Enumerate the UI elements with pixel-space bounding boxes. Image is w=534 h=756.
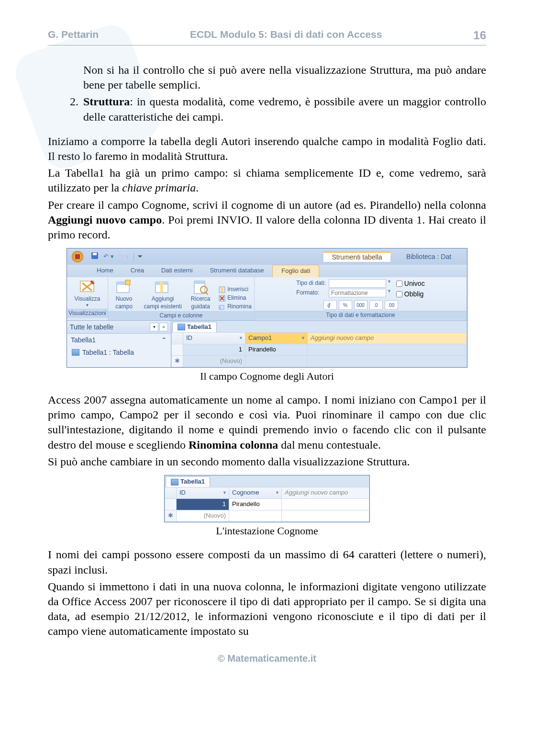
empty-cell[interactable] xyxy=(308,355,467,367)
inserisci-button[interactable]: Inserisci xyxy=(219,286,252,293)
table-icon xyxy=(72,349,79,356)
nuovo-campo-button[interactable]: Nuovocampo xyxy=(111,279,137,310)
tab-dati-esterni[interactable]: Dati esterni xyxy=(153,265,201,277)
para-typedetect: Quando si immettono i dati in una nuova … xyxy=(48,579,486,639)
col-id-2[interactable]: ID▼ xyxy=(177,487,229,499)
list-item-2: 2. Struttura: in questa modalità, come v… xyxy=(70,94,486,124)
undo-icon[interactable]: ↶ ▾ xyxy=(103,253,114,261)
para-create: Per creare il campo Cognome, scrivi il c… xyxy=(48,198,486,243)
col-add-new-2[interactable]: Aggiungi nuovo campo xyxy=(282,487,369,499)
struttura-text: : in questa modalità, come vedremo, è po… xyxy=(83,95,486,123)
office-button[interactable] xyxy=(67,248,88,265)
dec-dec-btn[interactable]: .00 xyxy=(385,300,398,310)
dropdown-icon[interactable]: ▼ xyxy=(239,336,243,341)
title-bar: ↶ ▾ ↷ ▾ ⏷ Strumenti tabella Biblioteca :… xyxy=(67,248,467,265)
save-icon[interactable] xyxy=(91,252,99,262)
format-fields: Tipo di dati: ▼ Formato: ▼ xyxy=(296,279,391,297)
ricerca-guidata-button[interactable]: Ricercaguidata xyxy=(188,279,213,310)
rinomina-button[interactable]: IRinomina xyxy=(219,303,252,311)
empty-cell[interactable] xyxy=(282,498,369,510)
table-row[interactable]: 1 Pirandello xyxy=(172,344,467,355)
cell-nuovo[interactable]: (Nuovo) xyxy=(177,510,229,521)
select-all-cell[interactable] xyxy=(172,332,183,344)
table-row-new[interactable]: (Nuovo) xyxy=(165,510,369,521)
col-id[interactable]: ID▼ xyxy=(183,332,245,344)
datasheet-grid-2: ID▼ Cognome▼ Aggiungi nuovo campo 1 Pira… xyxy=(165,487,369,522)
empty-cell[interactable] xyxy=(308,344,467,355)
caption-2: L'intestazione Cognome xyxy=(48,524,486,538)
inc-dec-btn[interactable]: .0 xyxy=(369,300,383,310)
cell-cognome[interactable]: Pirandello xyxy=(229,498,282,510)
percent-btn[interactable]: % xyxy=(339,300,352,310)
aggiungi-campo-bold: Aggiungi nuovo campo xyxy=(48,214,162,226)
lower-area: Tutte le tabelle ▾« Tabella1 ⌃ Tabella1 … xyxy=(67,321,467,367)
para-struttura: Si può anche cambiare in un secondo mome… xyxy=(48,454,486,469)
para-id: La Tabella1 ha già un primo campo: si ch… xyxy=(48,166,486,195)
datasheet-grid: ID▼ Campo1▼ Aggiungi nuovo campo 1 Piran… xyxy=(171,332,467,367)
currency-btn[interactable]: ₫ xyxy=(323,300,337,310)
obbligatorio-checkbox[interactable]: Obblig xyxy=(396,290,425,298)
select-all-cell[interactable] xyxy=(165,487,177,499)
empty-cell[interactable] xyxy=(282,510,369,521)
list-number: 2. xyxy=(70,94,83,124)
group-label-vis: Visualizzazioni xyxy=(67,309,108,318)
cell-id[interactable]: 1 xyxy=(183,344,245,355)
list1-continuation: Non si ha il controllo che si può avere … xyxy=(83,63,486,92)
access-screenshot-2: Tabella1 ID▼ Cognome▼ Aggiungi nuovo cam… xyxy=(164,475,370,522)
aggiungi-campi-button[interactable]: Aggiungicampi esistenti xyxy=(143,279,182,310)
table-row-new[interactable]: (Nuovo) xyxy=(172,355,467,367)
group-label-campi: Campi e colonne xyxy=(108,311,254,320)
group-label-fmt: Tipo di dati e formattazione xyxy=(255,311,467,320)
nav-group-tabella1[interactable]: Tabella1 ⌃ xyxy=(67,334,171,346)
table-icon xyxy=(178,324,185,330)
thousands-btn[interactable]: 000 xyxy=(354,300,367,310)
tab-home[interactable]: Home xyxy=(88,265,122,277)
chiave-primaria-em: chiave primaria xyxy=(122,181,196,194)
visualizza-label: Visualizza xyxy=(75,295,100,303)
dropdown-icon[interactable]: ▼ xyxy=(275,490,279,496)
tab-crea[interactable]: Crea xyxy=(122,265,153,277)
svg-rect-11 xyxy=(160,282,163,293)
qat-customize-icon[interactable]: ⏷ xyxy=(134,253,143,261)
doc-tab-tabella1[interactable]: Tabella1 xyxy=(172,322,217,332)
cell-campo1[interactable]: Pirandello xyxy=(245,344,308,355)
col-cognome[interactable]: Cognome▼ xyxy=(229,487,282,499)
formato-label: Formato: xyxy=(296,289,326,297)
row-selector[interactable] xyxy=(165,498,177,510)
table-row[interactable]: 1 Pirandello xyxy=(165,498,369,510)
visualizza-button[interactable]: Visualizza ▼ xyxy=(73,279,102,308)
new-row-icon[interactable] xyxy=(165,510,177,521)
group-formattazione: Tipo di dati: ▼ Formato: ▼ Univoc Obblig… xyxy=(255,277,467,320)
dropdown-icon[interactable]: ▼ xyxy=(222,490,227,496)
empty-cell[interactable] xyxy=(245,355,308,367)
context-tab-label: Strumenti tabella xyxy=(323,251,390,261)
cell-nuovo[interactable]: (Nuovo) xyxy=(183,355,245,367)
formato-combo[interactable] xyxy=(329,289,386,297)
svg-text:I: I xyxy=(220,305,221,310)
list-content: Struttura: in questa modalità, come vedr… xyxy=(83,94,486,124)
body-text: Non si ha il controllo che si può avere … xyxy=(48,63,486,639)
new-row-icon[interactable] xyxy=(172,355,183,367)
rinomina-colonna-bold: Rinomina colonna xyxy=(189,439,278,451)
univoco-checkbox[interactable]: Univoc xyxy=(396,279,425,288)
tab-strumenti-db[interactable]: Strumenti database xyxy=(201,265,273,277)
elimina-button[interactable]: Elimina xyxy=(219,294,252,302)
svg-rect-4 xyxy=(93,253,97,255)
nav-item-tabella1[interactable]: Tabella1 : Tabella xyxy=(67,346,171,359)
small-commands: Inserisci Elimina IRinomina xyxy=(219,286,252,310)
tab-foglio-dati[interactable]: Foglio dati xyxy=(272,265,319,277)
dropdown-icon[interactable]: ▼ xyxy=(301,336,305,341)
doc-tab-tabella1-2[interactable]: Tabella1 xyxy=(166,476,210,487)
nav-dropdown-icon[interactable]: ▾ xyxy=(150,323,158,331)
nav-header[interactable]: Tutte le tabelle ▾« xyxy=(67,321,171,334)
col-add-new[interactable]: Aggiungi nuovo campo xyxy=(308,332,467,344)
empty-cell[interactable] xyxy=(229,510,282,521)
nav-collapse-icon[interactable]: « xyxy=(159,323,168,331)
redo-icon[interactable]: ↷ ▾ xyxy=(119,253,129,261)
col-campo1[interactable]: Campo1▼ xyxy=(245,332,308,344)
struttura-label: Struttura xyxy=(83,95,130,108)
nav-title: Tutte le tabelle xyxy=(70,323,113,331)
tipo-dati-combo[interactable] xyxy=(329,279,386,288)
row-selector[interactable] xyxy=(172,344,183,355)
cell-id-selected[interactable]: 1 xyxy=(177,498,229,510)
